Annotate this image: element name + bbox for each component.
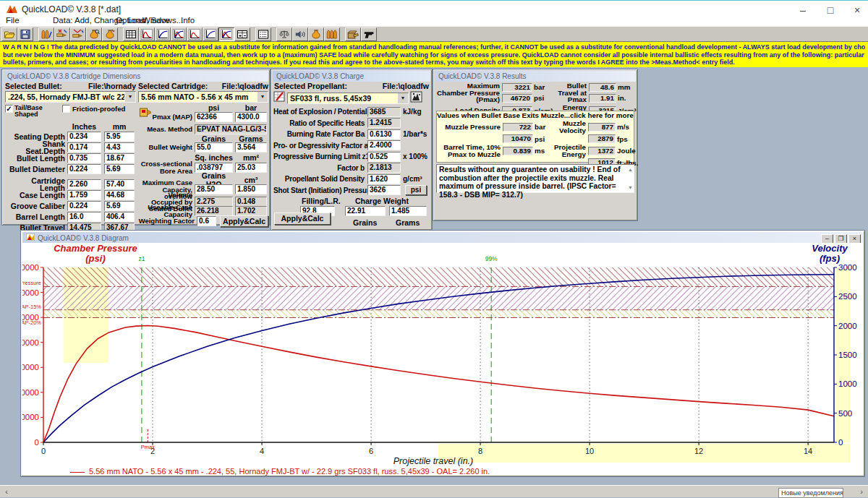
charge-value-field[interactable]: 2.1813 — [367, 163, 401, 173]
propellant-combobox-arrow-icon[interactable]: ▼ — [397, 93, 408, 103]
charge-value-field[interactable]: 0.6130 — [367, 129, 401, 139]
charge-value-field[interactable]: 1.2415 — [367, 118, 401, 128]
charge-window-titlebar[interactable]: QuickLOAD© V.3.8 Charge — [273, 71, 430, 82]
max-pressure-bar-unit: bar — [532, 83, 547, 91]
horizontal-scrollbar[interactable]: ‹ › — [0, 485, 868, 497]
charge-value-field[interactable]: 3685 — [367, 107, 401, 117]
max-pressure-psi-unit: psi — [532, 94, 547, 102]
powder-burn-search-button[interactable] — [102, 27, 118, 41]
propellant-combobox[interactable]: SF033 fl, russ. 5,45x39 ▼ — [287, 93, 409, 104]
toolbar — [0, 26, 868, 42]
muzzle-velocity-label: Muzzle Velocity — [548, 120, 588, 134]
recoil-button[interactable] — [292, 27, 308, 41]
menu-info[interactable]: Info — [181, 16, 195, 25]
diagram-close-button[interactable]: × — [848, 234, 861, 243]
charge-value-field[interactable]: 2.4000 — [367, 140, 401, 150]
dimension-inches-field[interactable]: 1.759 — [67, 190, 101, 200]
burning-powder-icon[interactable] — [410, 91, 422, 106]
cartridge-combobox-arrow-icon[interactable]: ▼ — [257, 92, 268, 102]
diagram-window-titlebar[interactable]: QuickLOAD© V.3.8 Diagram – ❐ × — [22, 232, 863, 243]
combined-curve-button[interactable] — [171, 27, 187, 41]
save-file-button[interactable] — [17, 27, 33, 41]
useable-capacity-field-2: 1.702 — [235, 206, 267, 216]
cartridge-combobox[interactable]: 5.56 mm NATO - 5.56 x 45 mm ▼ — [138, 91, 268, 103]
charge-value-field[interactable]: 0.525 — [367, 152, 401, 162]
psi-unit-button[interactable]: psi — [405, 185, 427, 195]
menu-file[interactable]: File — [6, 16, 20, 25]
dimension-inches-field[interactable]: 0.174 — [67, 142, 101, 153]
dimension-mm-field[interactable]: 5.69 — [104, 201, 135, 211]
maximize-button[interactable]: □ — [820, 4, 841, 17]
dimension-inches-field[interactable]: 0.224 — [67, 164, 101, 174]
dimension-mm-field[interactable]: 406.4 — [104, 212, 135, 222]
powder-search-button[interactable] — [86, 27, 102, 41]
scroll-up-icon[interactable]: ▲ — [628, 166, 633, 174]
dimension-mm-field[interactable]: 44.68 — [104, 190, 135, 200]
charge-grams-field[interactable]: 1.485 — [389, 206, 427, 216]
friction-proofed-checkbox[interactable] — [62, 105, 70, 113]
x-axis-title: Projectile travel (in.) — [393, 456, 473, 466]
muzzle-values-group[interactable]: Values when Bullet Base Exits Muzzle...c… — [436, 111, 634, 163]
charge-value-field[interactable]: 1.620 — [367, 174, 401, 184]
dimension-mm-field[interactable]: 5.69 — [104, 164, 135, 174]
dimension-mm-field[interactable]: 4.43 — [104, 142, 135, 153]
charge-grains-field[interactable]: 22.91 — [345, 206, 386, 216]
dimension-inches-field[interactable]: 16.0 — [67, 212, 101, 222]
close-button[interactable]: × — [846, 4, 868, 17]
results-comment-box[interactable]: Results without any guarantee on usabili… — [436, 164, 634, 193]
menu-windows[interactable]: Windows... — [142, 16, 183, 25]
map20-band — [43, 310, 834, 318]
menu-options[interactable]: Options — [116, 16, 145, 25]
tail-base-checkbox[interactable]: ✓ — [5, 105, 13, 113]
cartridge-apply-calc-button[interactable]: Apply&Calc — [220, 215, 268, 227]
dimension-mm-field[interactable]: 57.40 — [104, 179, 135, 189]
weighting-factor-field[interactable]: 0.6 — [197, 216, 216, 226]
velocity-tick-label: 1000 — [838, 379, 857, 388]
cartridge-edit-button[interactable] — [70, 27, 86, 41]
meas-method-field[interactable]: EPVAT NAAG-LG/3-SG/1 — [195, 124, 267, 134]
diagram-restore-button[interactable]: ❐ — [835, 234, 847, 243]
cartridge-database-button[interactable] — [54, 27, 70, 41]
charge-apply-calc-button[interactable]: Apply&Calc — [274, 212, 331, 225]
propellant-table-icon[interactable] — [273, 91, 286, 106]
scroll-right-icon[interactable]: › — [856, 486, 867, 497]
load-list-button[interactable] — [255, 27, 271, 41]
bullet-combobox-arrow-icon[interactable]: ▼ — [124, 92, 135, 102]
pressure-curve-button[interactable] — [139, 27, 155, 41]
bullet-weight-grains-field[interactable]: 55.0 — [195, 142, 233, 153]
dimension-mm-field[interactable]: 5.95 — [104, 132, 135, 142]
velocity-diagram-button[interactable] — [203, 27, 218, 41]
pressure-diagram-button[interactable] — [187, 27, 203, 41]
scroll-down-icon[interactable]: ▼ — [628, 184, 633, 192]
diagram-combined-button[interactable] — [218, 27, 234, 41]
cartridge-box-button[interactable] — [345, 27, 361, 41]
powder-flask-button[interactable] — [308, 27, 324, 41]
results-window-titlebar[interactable]: QuickLOAD© V.3.8 Results — [435, 71, 636, 82]
bullet-selection-button[interactable] — [324, 27, 340, 41]
muzzle-group-title[interactable]: Values when Bullet Base Exits Muzzle...c… — [437, 111, 634, 119]
dimension-inches-field[interactable]: 0.234 — [67, 132, 101, 142]
bullet-weight-grams-field[interactable]: 3.564 — [235, 142, 267, 153]
open-file-button[interactable] — [1, 27, 17, 41]
dimension-inches-field[interactable]: 0.224 — [67, 201, 101, 211]
minimize-button[interactable]: – — [792, 4, 814, 17]
recoil-icon — [294, 29, 306, 40]
bullet-combobox[interactable]: .224, 55, Hornady FMJ-BT w/c 2267 ▼ — [5, 91, 136, 103]
table-edit-button[interactable] — [234, 27, 250, 41]
app-titlebar[interactable]: QuickLOAD© V.3.8 [*.dat] – □ × File Data… — [0, 0, 868, 26]
velocity-curve-button[interactable] — [155, 27, 171, 41]
powder-scale-button[interactable] — [276, 27, 292, 41]
pmax-bar-field[interactable]: 4300.0 — [235, 112, 267, 122]
cartridge-window-titlebar[interactable]: QuickLOAD© V.3.8 Cartridge Dimensions — [4, 71, 268, 82]
charge-value-field[interactable]: 3626 — [367, 185, 401, 195]
dimension-inches-field[interactable]: 0.735 — [67, 153, 101, 163]
gun-data-button[interactable] — [361, 27, 377, 41]
scroll-left-icon[interactable]: ‹ — [1, 486, 12, 497]
dimension-mm-field[interactable]: 18.67 — [104, 153, 135, 163]
bullet-database-button[interactable] — [38, 27, 54, 41]
diagram-minimize-button[interactable]: – — [821, 234, 833, 243]
data-table-button[interactable] — [123, 27, 139, 41]
pmax-psi-field[interactable]: 62366 — [195, 112, 233, 122]
dimension-inches-field[interactable]: 2.260 — [67, 179, 101, 189]
bullet-travel-mm-value: 48.6 — [589, 83, 616, 92]
